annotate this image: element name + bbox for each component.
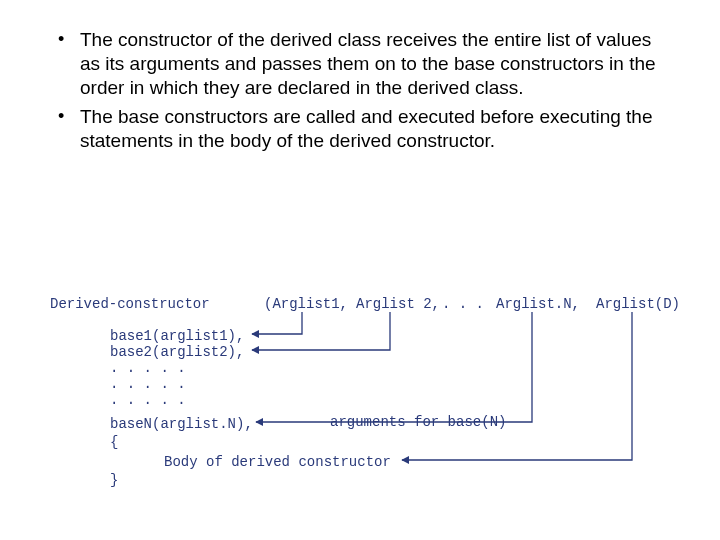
diagram-arrows bbox=[44, 292, 684, 490]
bullet-list: The constructor of the derived class rec… bbox=[56, 28, 664, 153]
slide-body: The constructor of the derived class rec… bbox=[0, 0, 720, 153]
list-item: The base constructors are called and exe… bbox=[56, 105, 664, 153]
bullet-text-2: The base constructors are called and exe… bbox=[80, 106, 652, 151]
bullet-text-1: The constructor of the derived class rec… bbox=[80, 29, 656, 98]
constructor-diagram: Derived-constructor (Arglist1, Arglist 2… bbox=[44, 292, 684, 490]
list-item: The constructor of the derived class rec… bbox=[56, 28, 664, 99]
